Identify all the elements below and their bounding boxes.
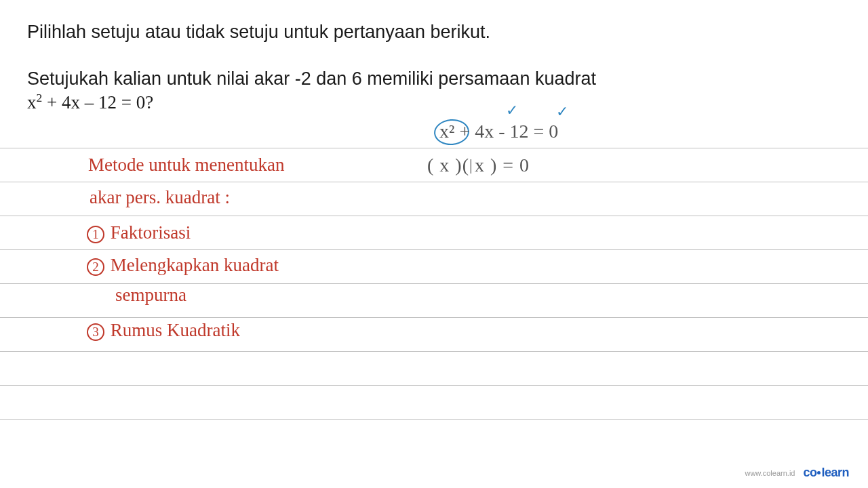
method-item-2b: sempurna — [115, 285, 186, 306]
brand-logo: colearn — [803, 466, 849, 480]
handwritten-equation-1: x² + 4x - 12 = 0 — [439, 121, 558, 142]
method-title-line1: Metode untuk menentukan — [88, 155, 284, 176]
checkmark-icon: ✓ — [556, 103, 568, 121]
footer: www.colearn.id colearn — [745, 466, 849, 480]
paren-bar: | — [469, 156, 473, 174]
method-item-2a: 2 Melengkapkan kuadrat — [87, 255, 279, 276]
instruction-text: Pilihlah setuju atau tidak setuju untuk … — [27, 22, 841, 43]
method-title-line2: akar pers. kuadrat : — [90, 187, 230, 208]
handwritten-equation-2: ( x )( x ) = 0 — [427, 155, 530, 176]
method-item-1: 1 Faktorisasi — [87, 222, 191, 243]
method-item-3: 3 Rumus Kuadratik — [87, 320, 240, 341]
question-text: Setujukah kalian untuk nilai akar -2 dan… — [27, 68, 841, 89]
checkmark-icon: ✓ — [506, 102, 518, 119]
footer-url: www.colearn.id — [745, 469, 795, 477]
equation-printed: x2 + 4x – 12 = 0? — [27, 91, 841, 113]
